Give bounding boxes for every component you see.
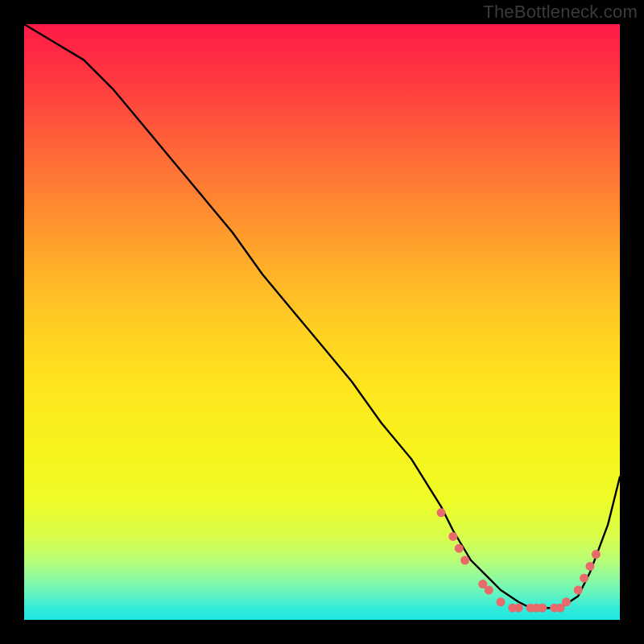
bottleneck-curve [24,24,620,608]
curve-marker [448,532,457,541]
curve-layer [24,24,620,620]
plot-area [24,24,620,620]
curve-marker [574,586,583,595]
curve-marker [485,586,493,595]
curve-marker [437,508,446,517]
curve-marker [538,604,547,613]
curve-marker [514,604,523,613]
watermark-label: TheBottleneck.com [483,2,638,23]
curve-marker [580,574,588,583]
chart-frame: TheBottleneck.com [0,0,644,644]
curve-marker [497,597,506,606]
curve-marker [460,556,469,565]
curve-marker [562,597,571,606]
curve-marker [586,562,595,571]
curve-marker [592,550,601,559]
curve-marker [455,544,464,553]
